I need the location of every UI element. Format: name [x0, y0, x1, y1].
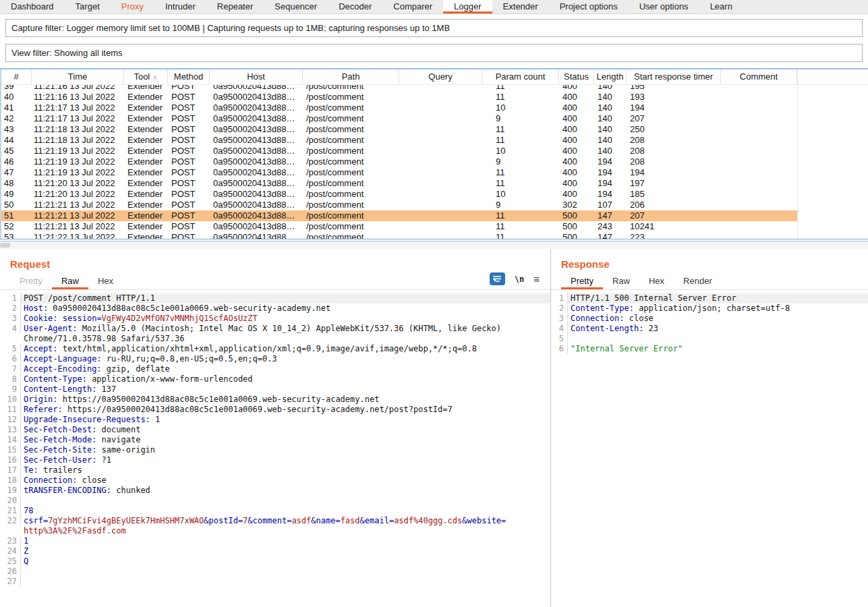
column-header-comment[interactable]: Comment [721, 69, 797, 84]
column-header-path[interactable]: Path [303, 69, 399, 84]
code-line: 15Sec-Fetch-Site: same-origin [0, 445, 550, 455]
column-header-length[interactable]: Length [594, 69, 627, 84]
newline-chars-icon[interactable]: \n [515, 274, 524, 284]
table-horizontal-scrollbar[interactable] [0, 241, 868, 249]
cell-query [399, 210, 482, 221]
column-header-start-response-timer[interactable]: Start response timer [627, 69, 721, 84]
table-row[interactable]: 4811:21:20 13 Jul 2022ExtenderPOST0a9500… [1, 178, 797, 189]
view-filter-bar[interactable]: View filter: Showing all items [5, 44, 863, 62]
response-tab-hex[interactable]: Hex [639, 272, 674, 289]
cell-status: 400 [559, 189, 594, 200]
cell-length: 140 [594, 113, 627, 124]
menu-tab-learn[interactable]: Learn [699, 0, 743, 13]
cell-param-count: 11 [482, 92, 559, 103]
column-header-param-count[interactable]: Param count [482, 69, 559, 84]
cell-host: 0a9500020413d88… [210, 92, 303, 103]
table-row[interactable]: 5311:21:22 13 Jul 2022ExtenderPOST0a9500… [1, 232, 797, 239]
cell-query [399, 103, 482, 113]
column-header-method[interactable]: Method [168, 69, 210, 84]
table-row[interactable]: 4111:21:17 13 Jul 2022ExtenderPOST0a9500… [1, 103, 797, 113]
capture-filter-bar[interactable]: Capture filter: Logger memory limit set … [5, 19, 863, 37]
cell-length: 107 [594, 200, 627, 210]
cell-method: POST [168, 113, 210, 124]
scrollbar-thumb[interactable] [0, 243, 10, 248]
response-editor[interactable]: 1HTTP/1.1 500 Internal Server Error2Cont… [551, 290, 868, 607]
cell-comment [721, 124, 797, 135]
column-header-host[interactable]: Host [210, 69, 303, 84]
cell-start-response-timer: 194 [627, 167, 721, 178]
cell-time: 11:21:19 13 Jul 2022 [32, 156, 124, 167]
column-header-time[interactable]: Time [32, 69, 124, 84]
cell-host: 0a9500020413d88… [210, 210, 303, 221]
column-header-query[interactable]: Query [399, 69, 482, 84]
cell-status: 400 [559, 103, 594, 113]
request-tab-hex[interactable]: Hex [88, 272, 123, 289]
menu-tab-decoder[interactable]: Decoder [328, 0, 382, 13]
column-header-status[interactable]: Status [559, 69, 594, 84]
column-header-tool[interactable]: Tool∧ [124, 69, 168, 84]
response-tab-raw[interactable]: Raw [603, 272, 639, 289]
table-row[interactable]: 5011:21:21 13 Jul 2022ExtenderPOST0a9500… [1, 200, 797, 210]
menu-tab-sequencer[interactable]: Sequencer [264, 0, 328, 13]
cell-tool: Extender [124, 178, 168, 189]
cell-host: 0a9500020413d88… [210, 124, 303, 135]
line-number: 9 [0, 384, 21, 395]
menu-tab-dashboard[interactable]: Dashboard [0, 0, 65, 13]
menu-tab-target[interactable]: Target [65, 0, 111, 13]
menu-tab-intruder[interactable]: Intruder [154, 0, 206, 13]
cell-path: /post/comment [303, 189, 399, 200]
menu-tab-comparer[interactable]: Comparer [382, 0, 443, 13]
table-row[interactable]: 4611:21:19 13 Jul 2022ExtenderPOST0a9500… [1, 156, 797, 167]
cell-length: 140 [594, 135, 627, 146]
cell-status: 500 [559, 221, 594, 232]
menu-tab-project-options[interactable]: Project options [549, 0, 629, 13]
table-row-selected[interactable]: 5111:21:21 13 Jul 2022ExtenderPOST0a9500… [1, 210, 797, 221]
line-number: 3 [551, 314, 568, 324]
line-content: Host: 0a9500020413d88ac08c5c1e001a0069.w… [21, 304, 550, 314]
code-line: 3Cookie: session=VgFWy4D2vMfON7vMNMhjQ1S… [0, 314, 550, 324]
line-content: "Internal Server Error" [568, 344, 868, 354]
menu-tab-logger[interactable]: Logger [443, 0, 492, 13]
table-row[interactable]: 5211:21:21 13 Jul 2022ExtenderPOST0a9500… [1, 221, 797, 232]
line-number: 7 [0, 364, 21, 374]
menu-tab-user-options[interactable]: User options [629, 0, 699, 13]
table-row[interactable]: 4411:21:18 13 Jul 2022ExtenderPOST0a9500… [1, 135, 797, 146]
response-tab-render[interactable]: Render [674, 272, 722, 289]
line-content: http%3A%2F%2Fasdf.com [21, 526, 550, 536]
editor-menu-icon[interactable]: ≡ [533, 274, 540, 284]
cell-tool: Extender [124, 103, 168, 113]
code-line: http%3A%2F%2Fasdf.com [0, 526, 550, 536]
code-line: 8Content-Type: application/x-www-form-ur… [0, 374, 550, 384]
table-row[interactable]: 4511:21:19 13 Jul 2022ExtenderPOST0a9500… [1, 146, 797, 156]
cell-time: 11:21:18 13 Jul 2022 [32, 124, 124, 135]
code-line: 11Referer: https://0a9500020413d88ac08c5… [0, 405, 550, 415]
table-row[interactable]: 4011:21:16 13 Jul 2022ExtenderPOST0a9500… [1, 92, 797, 103]
cell-method: POST [168, 92, 210, 103]
line-content: Cookie: session=VgFWy4D2vMfON7vMNMhjQ1Sc… [21, 314, 550, 324]
request-editor[interactable]: 1POST /post/comment HTTP/1.12Host: 0a950… [0, 290, 550, 607]
cell-path: /post/comment [303, 232, 399, 239]
line-content: csrf=7gYzhMCiFvi4gBEyUEEk7HmHSHM7xWAO&po… [21, 516, 550, 526]
menu-tab-extender[interactable]: Extender [492, 0, 549, 13]
wrap-toggle-icon[interactable] [490, 272, 505, 285]
cell-num: 45 [1, 146, 32, 156]
response-tab-pretty[interactable]: Pretty [561, 272, 603, 289]
table-row[interactable]: 4211:21:17 13 Jul 2022ExtenderPOST0a9500… [1, 113, 797, 124]
line-number: 8 [0, 374, 21, 384]
line-number: 6 [551, 344, 568, 354]
table-row[interactable]: 4311:21:18 13 Jul 2022ExtenderPOST0a9500… [1, 124, 797, 135]
cell-path: /post/comment [303, 210, 399, 221]
line-number: 16 [0, 455, 21, 465]
table-row[interactable]: 4911:21:20 13 Jul 2022ExtenderPOST0a9500… [1, 189, 797, 200]
column-header--[interactable]: # [1, 69, 32, 84]
request-tab-pretty[interactable]: Pretty [10, 272, 52, 289]
request-tab-raw[interactable]: Raw [52, 272, 88, 289]
menu-tab-repeater[interactable]: Repeater [206, 0, 264, 13]
cell-time: 11:21:21 13 Jul 2022 [32, 221, 124, 232]
menu-tab-proxy[interactable]: Proxy [111, 0, 154, 13]
logger-table: #TimeTool∧MethodHostPathQueryParam count… [0, 68, 868, 249]
line-content: Q [21, 556, 550, 567]
cell-time: 11:21:19 13 Jul 2022 [32, 146, 124, 156]
code-line: 18Connection: close [0, 475, 550, 486]
table-row[interactable]: 4711:21:19 13 Jul 2022ExtenderPOST0a9500… [1, 167, 797, 178]
